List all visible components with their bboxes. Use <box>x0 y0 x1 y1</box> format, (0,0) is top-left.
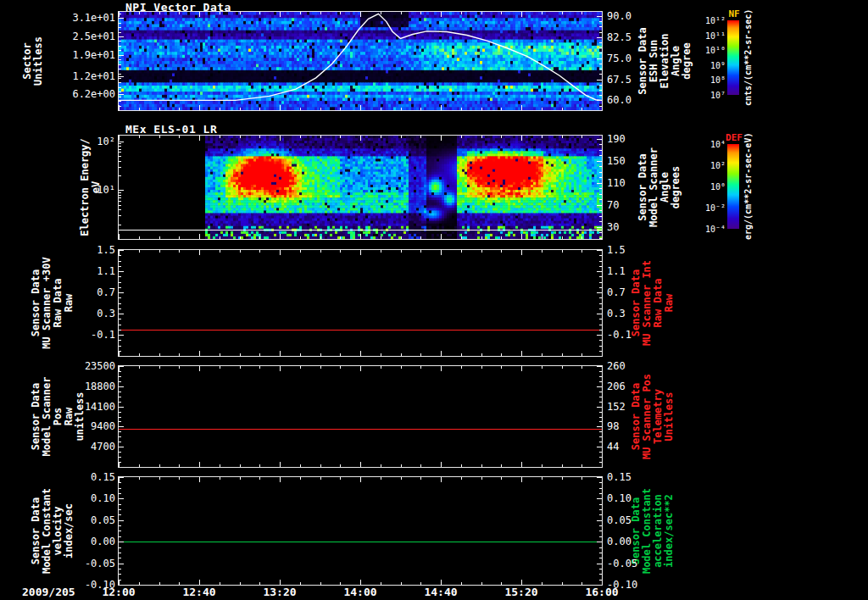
y-axis-tick-label: 0.7 <box>607 286 626 298</box>
x-axis-tick-label: 15:20 <box>504 586 539 598</box>
mu30v-panel <box>118 249 603 357</box>
scanpos-panel <box>118 365 603 468</box>
figure: NPI Vector Data MEx ELS-01 LR Sector Uni… <box>0 0 868 600</box>
y-axis-tick-label: 206 <box>607 381 626 392</box>
velocity-canvas <box>119 477 602 585</box>
colorbar-tick-label: 10⁰ <box>710 182 726 192</box>
colorbar-tick-label: 10¹² <box>705 16 726 25</box>
y-axis-tick-label: 98 <box>607 420 619 432</box>
y-axis-tick-label: 260 <box>607 360 626 372</box>
y-axis-tick-label: 14100 <box>85 401 115 413</box>
colorbar-tick-label: 10² <box>710 161 726 170</box>
y-axis-tick-label: 3.1e+01 <box>72 12 115 24</box>
y-axis-tick-label: -0.10 <box>85 579 115 591</box>
x-axis-tick-label: 12:40 <box>181 586 217 598</box>
y-axis-tick-label: 1.1 <box>607 265 626 277</box>
y-axis-tick-label: 0.10 <box>91 492 115 504</box>
y-axis-tick-label: 0.15 <box>607 471 632 483</box>
els-right-axis-label: Sensor Data Model Scanner Angle degrees <box>637 136 682 239</box>
y-axis-tick-label: -0.1 <box>91 329 115 341</box>
nf-colorbar-title: NF <box>724 8 744 19</box>
date-label: 2009/205 <box>22 586 75 598</box>
y-axis-tick-label: 0.00 <box>91 536 115 547</box>
colorbar-tick-label: 10⁷ <box>710 91 726 100</box>
y-axis-tick-label: 1.1 <box>97 265 115 277</box>
colorbar-tick-label: 10¹¹ <box>705 31 726 41</box>
y-axis-tick-label: 152 <box>607 401 626 413</box>
npi-canvas <box>119 12 602 110</box>
y-axis-tick-label: 110 <box>607 177 626 189</box>
els-panel <box>118 135 603 240</box>
mu30v-right-axis-label: Sensor Data MU Scanner Int Raw Data Raw <box>631 250 675 356</box>
y-axis-tick-label: 70 <box>607 199 619 211</box>
y-axis-tick-label: 0.15 <box>91 471 115 483</box>
mu30v-left-axis-label: Sensor Data MU Scanner +30V Raw Data Raw <box>31 250 75 356</box>
velocity-panel <box>118 476 603 586</box>
y-axis-tick-label: 1.2e+01 <box>72 70 115 82</box>
colorbar-tick-label: 10⁻⁴ <box>705 225 726 234</box>
y-axis-tick-label: 150 <box>607 155 626 167</box>
y-axis-tick-label: 4700 <box>91 441 115 453</box>
y-axis-tick-label: 44 <box>607 441 619 453</box>
y-axis-tick-label: 0.05 <box>607 514 632 526</box>
y-axis-tick-label: 1.5 <box>607 244 626 256</box>
y-axis-tick-label: 6.2e+00 <box>72 88 115 100</box>
y-axis-tick-label: 0.7 <box>97 286 115 298</box>
y-axis-tick-label: 0.10 <box>607 492 632 504</box>
y-axis-tick-label: -0.05 <box>85 558 115 569</box>
y-axis-tick-label: 9400 <box>91 420 115 432</box>
nf-colorbar-gradient <box>727 20 739 95</box>
colorbar-tick-label: 10¹⁰ <box>705 46 726 55</box>
y-axis-tick-label: 75.0 <box>607 53 632 64</box>
y-axis-tick-label: 90.0 <box>607 10 632 22</box>
y-axis-tick-label: 18800 <box>85 381 115 392</box>
x-axis-tick-label: 13:20 <box>262 586 298 598</box>
y-axis-tick-label: 0.3 <box>97 308 115 319</box>
y-axis-tick-label: 1.9e+01 <box>72 49 115 61</box>
y-axis-tick-label: 2.5e+01 <box>72 31 115 42</box>
y-axis-tick-label: 10² <box>97 136 115 147</box>
colorbar-tick-label: 10⁹ <box>710 61 726 70</box>
y-axis-tick-label: 67.5 <box>607 74 632 86</box>
y-axis-tick-label: 60.0 <box>607 94 632 106</box>
scanpos-left-axis-label: Sensor Data Model Scanner Pos Raw unitle… <box>31 366 86 467</box>
y-axis-tick-label: -0.05 <box>607 558 637 569</box>
x-axis-tick-label: 14:40 <box>423 586 459 598</box>
npi-left-axis-label: Sector Unitless <box>22 12 44 110</box>
y-axis-tick-label: 10¹ <box>97 184 115 196</box>
y-axis-tick-label: 23500 <box>85 360 115 372</box>
scanpos-canvas <box>119 366 602 467</box>
y-axis-tick-label: 190 <box>607 133 626 145</box>
mu30v-canvas <box>119 250 602 356</box>
npi-right-axis-label: Sensor Data ESH Sun Elevation Angle degr… <box>637 12 693 110</box>
colorbar-tick-label: 10⁸ <box>710 75 726 85</box>
y-axis-tick-label: 1.5 <box>97 244 115 256</box>
y-axis-tick-label: 0.00 <box>607 536 632 547</box>
els-canvas <box>119 136 602 239</box>
nf-colorbar-units: cnts/(cm**2-sr-sec) <box>743 9 754 106</box>
x-axis-tick-label: 14:00 <box>342 586 378 598</box>
def-colorbar-gradient <box>727 144 739 229</box>
npi-panel <box>118 11 603 111</box>
def-colorbar-units: erg/(cm**2-sr-sec-eV) <box>743 133 754 240</box>
colorbar-tick-label: 10⁻² <box>705 203 726 213</box>
y-axis-tick-label: -0.10 <box>607 579 637 591</box>
y-axis-tick-label: 0.05 <box>91 514 115 526</box>
els-panel-title: MEx ELS-01 LR <box>125 123 217 136</box>
y-axis-tick-label: 0.3 <box>607 308 626 319</box>
velocity-left-axis-label: Sensor Data Model Constant velocity inde… <box>31 477 75 585</box>
y-axis-tick-label: 82.5 <box>607 31 632 43</box>
colorbar-tick-label: 10⁴ <box>710 140 726 149</box>
def-colorbar-title: DEF <box>724 132 744 143</box>
scanpos-right-axis-label: Sensor Data MU Scanner Pos Telemetry Uni… <box>631 366 675 467</box>
y-axis-tick-label: 30 <box>607 221 619 233</box>
y-axis-tick-label: -0.1 <box>607 329 632 341</box>
